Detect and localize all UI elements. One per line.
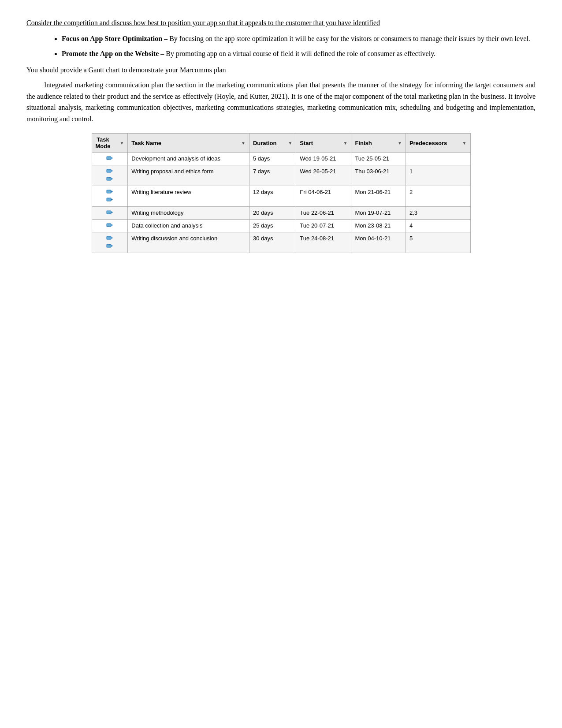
col-mode-label: TaskMode xyxy=(96,136,111,149)
cell-duration-1: 7 days xyxy=(249,165,296,186)
task-mode-icon-top xyxy=(106,155,113,162)
bullet-2-bold: Promote the App on the Website xyxy=(62,50,159,57)
task-mode-icon-top xyxy=(106,168,113,175)
col-duration-dropdown-icon[interactable]: ▼ xyxy=(288,141,292,146)
col-header-start[interactable]: Start ▼ xyxy=(296,134,351,153)
body-paragraph: Integrated marketing communication plan … xyxy=(26,79,536,124)
cell-predecessors-3: 2,3 xyxy=(406,207,470,220)
cell-mode-5 xyxy=(92,232,128,253)
svg-rect-3 xyxy=(107,190,111,193)
table-row: Data collection and analysis25 daysTue 2… xyxy=(92,220,470,232)
cell-start-0: Wed 19-05-21 xyxy=(296,153,351,165)
col-start-dropdown-icon[interactable]: ▼ xyxy=(343,141,348,146)
task-mode-icon-top xyxy=(106,222,113,229)
col-finish-label: Finish xyxy=(355,140,372,146)
cell-finish-1: Thu 03-06-21 xyxy=(351,165,406,186)
bullet-item-1: Focus on App Store Optimization – By foc… xyxy=(62,34,536,44)
table-row: Writing discussion and conclusion30 days… xyxy=(92,232,470,253)
bullet-2-rest: – By promoting app on a virtual course o… xyxy=(159,50,435,57)
col-header-predecessors[interactable]: Predecessors ▼ xyxy=(406,134,470,153)
heading-1: Consider the competition and discuss how… xyxy=(26,18,536,28)
cell-mode-0 xyxy=(92,153,128,165)
cell-name-3: Writing methodology xyxy=(128,207,249,220)
table-row: Writing proposal and ethics form7 daysWe… xyxy=(92,165,470,186)
col-header-mode[interactable]: TaskMode ▼ xyxy=(92,134,128,153)
gantt-table: TaskMode ▼ Task Name ▼ Duration ▼ xyxy=(92,133,471,253)
cell-duration-2: 12 days xyxy=(249,186,296,207)
bullet-item-2: Promote the App on the Website – By prom… xyxy=(62,49,536,59)
cell-predecessors-0 xyxy=(406,153,470,165)
cell-duration-4: 25 days xyxy=(249,220,296,232)
heading-2: You should provide a Gantt chart to demo… xyxy=(26,66,536,74)
cell-name-2: Writing literature review xyxy=(128,186,249,207)
cell-start-1: Wed 26-05-21 xyxy=(296,165,351,186)
cell-name-4: Data collection and analysis xyxy=(128,220,249,232)
col-predecessors-label: Predecessors xyxy=(409,140,447,146)
col-finish-dropdown-icon[interactable]: ▼ xyxy=(398,141,402,146)
cell-mode-4 xyxy=(92,220,128,232)
cell-predecessors-5: 5 xyxy=(406,232,470,253)
svg-rect-5 xyxy=(107,211,111,214)
cell-mode-2 xyxy=(92,186,128,207)
cell-finish-5: Mon 04-10-21 xyxy=(351,232,406,253)
cell-start-5: Tue 24-08-21 xyxy=(296,232,351,253)
cell-duration-5: 30 days xyxy=(249,232,296,253)
svg-rect-4 xyxy=(107,198,111,201)
bullet-1-bold: Focus on App Store Optimization xyxy=(62,35,162,42)
table-row: Writing literature review12 daysFri 04-0… xyxy=(92,186,470,207)
task-mode-icon-bottom xyxy=(106,243,113,250)
cell-predecessors-1: 1 xyxy=(406,165,470,186)
cell-start-2: Fri 04-06-21 xyxy=(296,186,351,207)
gantt-table-body: Development and analysis of ideas5 daysW… xyxy=(92,153,470,253)
cell-name-1: Writing proposal and ethics form xyxy=(128,165,249,186)
col-name-label: Task Name xyxy=(131,140,161,146)
col-header-finish[interactable]: Finish ▼ xyxy=(351,134,406,153)
cell-name-5: Writing discussion and conclusion xyxy=(128,232,249,253)
cell-finish-4: Mon 23-08-21 xyxy=(351,220,406,232)
col-start-label: Start xyxy=(300,140,313,146)
task-mode-icon-top xyxy=(106,189,113,196)
col-name-dropdown-icon[interactable]: ▼ xyxy=(241,141,246,146)
cell-duration-0: 5 days xyxy=(249,153,296,165)
cell-start-3: Tue 22-06-21 xyxy=(296,207,351,220)
cell-finish-2: Mon 21-06-21 xyxy=(351,186,406,207)
cell-mode-1 xyxy=(92,165,128,186)
cell-name-0: Development and analysis of ideas xyxy=(128,153,249,165)
task-mode-icon-bottom xyxy=(106,176,113,183)
cell-start-4: Tue 20-07-21 xyxy=(296,220,351,232)
task-mode-icon-top xyxy=(106,235,113,242)
table-header-row: TaskMode ▼ Task Name ▼ Duration ▼ xyxy=(92,134,470,153)
bullet-1-rest: – By focusing on the app store optimizat… xyxy=(162,35,530,42)
gantt-table-wrapper: TaskMode ▼ Task Name ▼ Duration ▼ xyxy=(92,133,471,253)
cell-finish-0: Tue 25-05-21 xyxy=(351,153,406,165)
col-duration-label: Duration xyxy=(253,140,276,146)
cell-mode-3 xyxy=(92,207,128,220)
svg-rect-6 xyxy=(107,224,111,227)
cell-finish-3: Mon 19-07-21 xyxy=(351,207,406,220)
task-mode-icon-bottom xyxy=(106,197,113,204)
svg-rect-0 xyxy=(107,157,111,160)
svg-rect-1 xyxy=(107,169,111,172)
cell-predecessors-2: 2 xyxy=(406,186,470,207)
table-row: Development and analysis of ideas5 daysW… xyxy=(92,153,470,165)
col-header-duration[interactable]: Duration ▼ xyxy=(249,134,296,153)
cell-duration-3: 20 days xyxy=(249,207,296,220)
svg-rect-8 xyxy=(107,244,111,247)
cell-predecessors-4: 4 xyxy=(406,220,470,232)
table-row: Writing methodology20 daysTue 22-06-21Mo… xyxy=(92,207,470,220)
col-predecessors-dropdown-icon[interactable]: ▼ xyxy=(462,141,467,146)
svg-rect-2 xyxy=(107,177,111,180)
bullet-list: Focus on App Store Optimization – By foc… xyxy=(62,34,536,59)
col-mode-dropdown-icon[interactable]: ▼ xyxy=(119,141,124,146)
col-header-name[interactable]: Task Name ▼ xyxy=(128,134,249,153)
svg-rect-7 xyxy=(107,236,111,239)
task-mode-icon-top xyxy=(106,209,113,217)
